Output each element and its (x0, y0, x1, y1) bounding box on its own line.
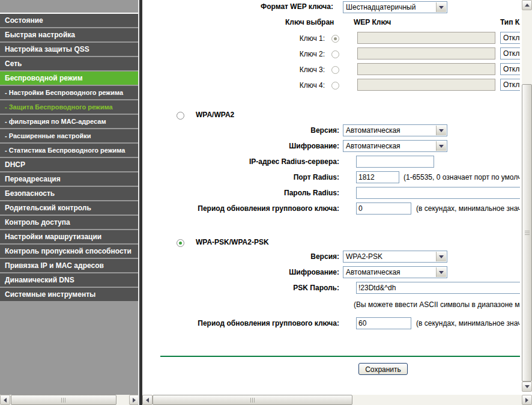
sidebar-item-ip-mac-binding[interactable]: Привязка IP и MAC адресов (0, 259, 138, 272)
radius-port-input[interactable] (356, 171, 399, 183)
hscroll-right-button[interactable] (522, 395, 532, 405)
wep-key1-label: Ключ 1: (142, 34, 325, 43)
sidebar-item-dhcp[interactable]: DHCP (0, 158, 138, 171)
wep-key3-type-select[interactable]: Отключено (500, 63, 520, 75)
scroll-grip-icon (250, 398, 255, 403)
radius-ip-label: IP-адрес Radius-сервера: (142, 157, 339, 166)
wep-key2-radio[interactable] (331, 50, 339, 58)
sidebar-item-wireless[interactable]: Беспроводной режим (0, 72, 138, 85)
up-arrow-icon (525, 4, 530, 7)
sidebar-menu: Состояние Быстрая настройка Настройка за… (0, 14, 138, 302)
wep-key4-radio[interactable] (331, 82, 339, 90)
dropdown-button[interactable] (436, 267, 446, 277)
wep-header-key-type: Тип Ключа (500, 18, 520, 26)
sidebar-item-forwarding[interactable]: Переадресация (0, 172, 138, 186)
radius-ip-input[interactable] (356, 156, 434, 168)
dropdown-button[interactable] (436, 141, 446, 151)
sidebar-item-wireless-statistics[interactable]: - Статистика Беспроводного режима (0, 144, 138, 157)
psk-password-label: PSK Пароль: (142, 284, 339, 292)
wep-key3-label: Ключ 3: (142, 65, 325, 74)
wep-key2-type-value: Отключено (503, 49, 520, 58)
wpa-encryption-select[interactable]: Автоматическая (343, 140, 447, 152)
wep-key1-radio[interactable] (331, 35, 339, 43)
wep-key1-input (357, 32, 495, 44)
sidebar-item-wireless-settings[interactable]: - Настройки Беспроводного режима (0, 86, 138, 99)
sidebar-item-parental-control[interactable]: Родительский контроль (0, 201, 138, 215)
chevron-down-icon (439, 145, 444, 148)
wep-key3-type-value: Отключено (503, 65, 520, 73)
psk-encryption-value: Автоматическая (346, 268, 401, 276)
sidebar: Состояние Быстрая настройка Настройка за… (0, 0, 138, 405)
sidebar-item-access-control[interactable]: Контроль доступа (0, 216, 138, 229)
sidebar-item-qss-security[interactable]: Настройка защиты QSS (0, 43, 138, 56)
wep-key4-type-select[interactable]: Отключено (500, 79, 520, 91)
hscroll-left-button[interactable] (142, 395, 153, 405)
wep-format-value: Шестнадцатеричный (346, 3, 416, 11)
chevron-down-icon (439, 129, 444, 132)
psk-password-hint: (Вы можете ввести ASCII символы в диапаз… (354, 300, 520, 309)
chevron-down-icon (439, 271, 444, 274)
wep-key4-type-value: Отключено (503, 81, 520, 89)
sidebar-item-network[interactable]: Сеть (0, 57, 138, 70)
save-button[interactable]: Сохранить (358, 363, 408, 375)
psk-version-select[interactable]: WPA2-PSK (343, 251, 447, 263)
psk-encryption-select[interactable]: Автоматическая (343, 266, 447, 278)
main-hscrollbar[interactable] (142, 395, 532, 405)
radius-password-label: Пароль Radius: (142, 189, 339, 197)
wep-header-key-selected: Ключ выбран (285, 18, 334, 26)
sidebar-item-bandwidth-control[interactable]: Контроль пропускной способности (0, 245, 138, 258)
wpa-group-key-label: Период обновления группового ключа: (142, 204, 339, 213)
dropdown-button[interactable] (436, 126, 446, 135)
wpa-version-select[interactable]: Автоматическая (343, 124, 447, 136)
wep-key1-type-select[interactable]: Отключено (500, 32, 520, 44)
wpa-section-title: WPA/WPA2 (196, 111, 234, 119)
wep-key2-type-select[interactable]: Отключено (500, 47, 520, 59)
wpa-group-key-hint: (в секундах, минимальное значение 30, 0 … (416, 204, 520, 213)
sidebar-item-wireless-security[interactable]: - Защита Беспроводного режима (0, 100, 138, 114)
wep-key3-radio[interactable] (331, 66, 339, 74)
psk-group-key-input[interactable] (356, 317, 411, 329)
wpa-section-radio[interactable] (177, 112, 184, 120)
wep-header-wep-key: WEP Ключ (354, 18, 391, 26)
psk-group-key-label: Период обновления группового ключа: (142, 319, 339, 327)
vscroll-thumb[interactable] (522, 84, 532, 382)
dropdown-button[interactable] (436, 2, 446, 12)
right-arrow-icon (525, 398, 528, 403)
sidebar-item-system-tools[interactable]: Системные инструменты (0, 288, 138, 301)
sidebar-item-routing[interactable]: Настройки маршрутизации (0, 230, 138, 243)
wpa-psk-section-radio[interactable] (177, 239, 184, 247)
sidebar-hscroll-left-button[interactable] (0, 395, 10, 405)
wep-key4-label: Ключ 4: (142, 81, 325, 90)
radius-password-input[interactable] (356, 187, 520, 199)
vscroll-up-button[interactable] (522, 0, 532, 10)
hscroll-thumb[interactable] (153, 395, 352, 405)
sidebar-item-quick-setup[interactable]: Быстрая настройка (0, 28, 138, 41)
scroll-grip-icon (61, 398, 66, 403)
psk-group-key-hint: (в секундах, минимальное значение 30, 0 … (416, 319, 520, 327)
chevron-down-icon (439, 6, 444, 9)
main-vscrollbar[interactable] (522, 0, 532, 392)
sidebar-item-dynamic-dns[interactable]: Динамический DNS (0, 273, 138, 287)
wpa-group-key-input[interactable] (356, 202, 411, 215)
radio-dot-icon (179, 242, 182, 245)
down-arrow-icon (525, 385, 530, 388)
sidebar-item-security[interactable]: Безопасность (0, 187, 138, 200)
radius-port-label: Порт Radius: (142, 173, 339, 181)
chevron-down-icon (439, 255, 444, 258)
radio-dot-icon (334, 37, 337, 40)
wep-format-select[interactable]: Шестнадцатеричный (343, 1, 447, 13)
wpa-psk-section-title: WPA-PSK/WPA2-PSK (196, 238, 269, 246)
dropdown-button[interactable] (436, 252, 446, 261)
section-divider (160, 356, 520, 357)
sidebar-hscrollbar[interactable] (0, 395, 139, 405)
sidebar-item-advanced-settings[interactable]: - Расширенные настройки (0, 129, 138, 142)
sidebar-item-mac-filtering[interactable]: - фильтрация по MAC-адресам (0, 115, 138, 128)
wep-key2-label: Ключ 2: (142, 50, 325, 58)
sidebar-item-status[interactable]: Состояние (0, 14, 138, 27)
wep-key2-input (357, 47, 495, 59)
sidebar-hscroll-thumb[interactable] (11, 395, 116, 405)
scroll-grip-icon (525, 231, 530, 236)
psk-version-label: Версия: (142, 252, 339, 261)
vscroll-down-button[interactable] (522, 382, 532, 392)
psk-password-input[interactable] (356, 282, 520, 294)
